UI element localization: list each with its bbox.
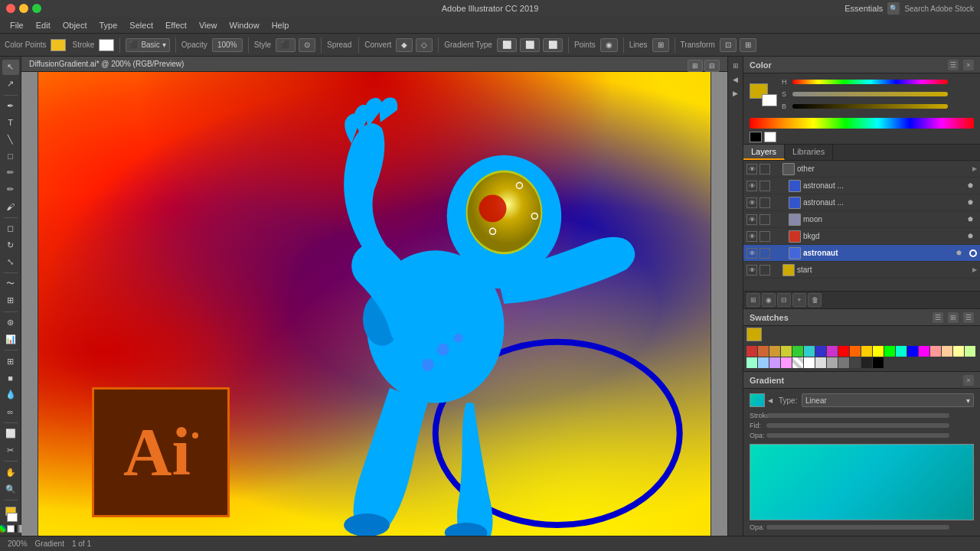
warp-tool[interactable]: 〜 bbox=[2, 276, 19, 292]
swatch-cell[interactable] bbox=[953, 346, 964, 357]
layer-item-active[interactable]: 👁 astronaut ⬟ bbox=[743, 245, 980, 262]
swatch-cell[interactable] bbox=[850, 357, 861, 368]
transform-btn[interactable]: ⊡ bbox=[720, 38, 737, 52]
menu-select[interactable]: Select bbox=[124, 19, 158, 31]
layer-lock-toggle[interactable] bbox=[760, 197, 770, 208]
layer-visibility-toggle[interactable]: 👁 bbox=[746, 181, 757, 191]
gradient-swatch-preview[interactable] bbox=[750, 393, 765, 407]
artboard-tool[interactable]: ⬜ bbox=[2, 426, 19, 442]
blend-tool[interactable]: ∞ bbox=[2, 404, 19, 419]
free-transform-tool[interactable]: ⊞ bbox=[2, 293, 19, 308]
stroke-swatch[interactable] bbox=[99, 39, 114, 51]
eraser-tool[interactable]: ◻ bbox=[2, 221, 19, 236]
fill-swatch[interactable] bbox=[51, 39, 66, 51]
black-swatch[interactable] bbox=[750, 132, 762, 142]
color-panel-menu[interactable]: ☰ bbox=[948, 60, 959, 70]
convert-btn2[interactable]: ◇ bbox=[416, 38, 433, 52]
layer-visibility-toggle[interactable]: 👁 bbox=[746, 214, 757, 225]
selection-tool[interactable]: ↖ bbox=[2, 60, 19, 75]
layer-lock-toggle[interactable] bbox=[760, 231, 770, 242]
layer-lock-toggle[interactable] bbox=[760, 214, 770, 225]
gradient-panel-close[interactable]: × bbox=[963, 375, 974, 386]
swatch-cell[interactable] bbox=[781, 346, 792, 357]
tab-libraries[interactable]: Libraries bbox=[785, 145, 833, 160]
swatch-cell[interactable] bbox=[769, 357, 780, 368]
swatch-cell[interactable] bbox=[861, 357, 872, 368]
layer-visibility-toggle[interactable]: 👁 bbox=[746, 164, 757, 174]
menu-help[interactable]: Help bbox=[266, 19, 295, 31]
swatch-cell[interactable] bbox=[758, 346, 769, 357]
layer-visibility-toggle[interactable]: 👁 bbox=[746, 197, 757, 208]
blob-brush-tool[interactable]: 🖌 bbox=[2, 199, 19, 214]
gradient-tool[interactable]: ■ bbox=[2, 370, 19, 386]
menu-effect[interactable]: Effect bbox=[160, 19, 192, 31]
layer-expand-arrow[interactable]: ▶ bbox=[972, 165, 977, 172]
column-graph-tool[interactable]: 📊 bbox=[2, 332, 19, 347]
swatch-cell[interactable] bbox=[838, 357, 849, 368]
swatch-cell[interactable] bbox=[815, 357, 826, 368]
layer-item[interactable]: 👁 astronaut ... ⬟ bbox=[743, 194, 980, 211]
swatch-cell[interactable] bbox=[907, 346, 918, 357]
opacity-input[interactable] bbox=[212, 38, 243, 52]
layer-item[interactable]: 👁 astronaut ... ⬟ bbox=[743, 178, 980, 194]
make-sublayer-btn[interactable]: ⊞ bbox=[746, 293, 760, 307]
direct-selection-tool[interactable]: ↗ bbox=[2, 77, 19, 92]
none-mode-btn[interactable] bbox=[7, 525, 15, 533]
delete-layer-btn[interactable]: 🗑 bbox=[808, 293, 822, 307]
hand-tool[interactable]: ✋ bbox=[2, 465, 19, 480]
collapse-btn[interactable]: ◀ bbox=[730, 73, 742, 86]
lines-btn[interactable]: ⊞ bbox=[652, 38, 669, 52]
swatch-cell[interactable] bbox=[884, 346, 895, 357]
color-stroke-box[interactable] bbox=[762, 94, 777, 106]
minimize-button[interactable] bbox=[19, 4, 28, 13]
toggle-panels-btn[interactable]: ⊞ bbox=[730, 60, 742, 72]
swatch-cell[interactable] bbox=[861, 346, 872, 357]
swatch-cell[interactable] bbox=[769, 346, 780, 357]
stroke-indicator[interactable] bbox=[7, 513, 18, 522]
maximize-button[interactable] bbox=[32, 4, 41, 13]
type-tool[interactable]: T bbox=[2, 115, 19, 130]
swatch-cell[interactable] bbox=[827, 357, 838, 368]
gradient-btn1[interactable]: ⬜ bbox=[497, 38, 517, 52]
rotate-tool[interactable]: ↻ bbox=[2, 237, 19, 253]
gradient-stroke-slider[interactable] bbox=[766, 413, 949, 418]
white-swatch[interactable] bbox=[764, 132, 776, 142]
gradient-opacity-track[interactable] bbox=[766, 525, 949, 530]
pencil-tool[interactable]: ✏ bbox=[2, 182, 19, 197]
layer-item[interactable]: 👁 other ▶ bbox=[743, 161, 980, 178]
swatch-cell[interactable] bbox=[804, 357, 815, 368]
expand-btn[interactable]: ▶ bbox=[730, 87, 742, 99]
layer-lock-toggle[interactable] bbox=[760, 164, 770, 174]
view-mode-btn[interactable]: ⊟ bbox=[704, 60, 720, 72]
color-panel-close[interactable]: × bbox=[963, 60, 974, 70]
color-spectrum-bar[interactable] bbox=[750, 118, 974, 129]
gradient-fid-slider[interactable] bbox=[766, 423, 949, 428]
swatch-cell-checker[interactable] bbox=[792, 357, 803, 368]
gradient-type-dropdown[interactable]: Linear ▾ bbox=[802, 393, 974, 407]
menu-view[interactable]: View bbox=[194, 19, 223, 31]
layer-options-btn[interactable]: ◉ bbox=[762, 293, 776, 307]
swatch-cell[interactable] bbox=[919, 346, 929, 357]
swatch-cell[interactable] bbox=[873, 357, 884, 368]
style-btn[interactable]: ⬛ bbox=[276, 38, 296, 52]
swatch-cell[interactable] bbox=[758, 357, 769, 368]
swatch-cell[interactable] bbox=[838, 346, 849, 357]
primary-swatch[interactable] bbox=[746, 328, 762, 341]
close-button[interactable] bbox=[6, 4, 15, 13]
new-layer-btn[interactable]: + bbox=[792, 293, 806, 307]
swatch-cell[interactable] bbox=[965, 346, 975, 357]
swatch-cell[interactable] bbox=[746, 357, 757, 368]
tab-layers[interactable]: Layers bbox=[743, 145, 785, 160]
menu-file[interactable]: File bbox=[5, 19, 29, 31]
style-dropdown[interactable]: ⬛ Basic ▾ bbox=[126, 38, 169, 52]
arrange-mode-btn[interactable]: ⊞ bbox=[688, 60, 703, 72]
menu-type[interactable]: Type bbox=[94, 19, 123, 31]
swatch-cell[interactable] bbox=[827, 346, 838, 357]
zoom-tool[interactable]: 🔍 bbox=[2, 481, 19, 497]
eyedropper-tool[interactable]: 💧 bbox=[2, 387, 19, 403]
layer-item[interactable]: 👁 bkgd ⬟ bbox=[743, 228, 980, 245]
line-tool[interactable]: ╲ bbox=[2, 132, 19, 147]
swatch-cell[interactable] bbox=[896, 346, 906, 357]
menu-window[interactable]: Window bbox=[224, 19, 265, 31]
layer-lock-toggle[interactable] bbox=[760, 265, 770, 276]
